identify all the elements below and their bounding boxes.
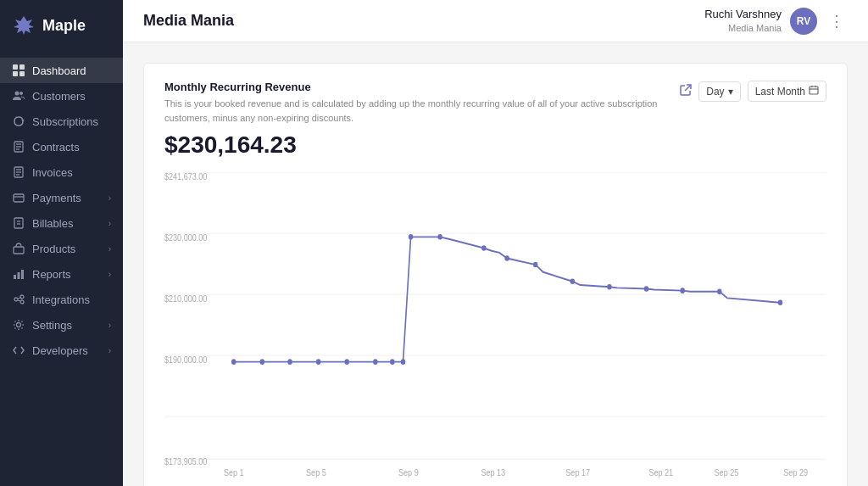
sidebar-item-label: Customers bbox=[32, 90, 86, 103]
svg-text:$210,000.00: $210,000.00 bbox=[164, 293, 208, 304]
last-month-button[interactable]: Last Month bbox=[748, 81, 826, 102]
svg-rect-2 bbox=[13, 71, 18, 76]
customers-icon bbox=[12, 89, 25, 103]
sidebar-item-label: Dashboard bbox=[32, 64, 86, 77]
page-title: Media Mania bbox=[143, 12, 234, 30]
sidebar-item-label: Settings bbox=[32, 319, 72, 332]
svg-text:$230,000.00: $230,000.00 bbox=[164, 232, 208, 243]
svg-text:Sep 29: Sep 29 bbox=[783, 467, 808, 478]
sidebar-item-integrations[interactable]: Integrations bbox=[0, 287, 123, 312]
svg-rect-20 bbox=[14, 275, 16, 279]
svg-rect-22 bbox=[21, 270, 24, 279]
chevron-down-icon: › bbox=[108, 193, 111, 203]
mrr-chart: $241,673.00 $230,000.00 $210,000.00 $190… bbox=[164, 172, 826, 478]
integrations-icon bbox=[12, 293, 25, 306]
svg-point-56 bbox=[504, 255, 509, 261]
main-content: Media Mania Ruchi Varshney Media Mania R… bbox=[123, 0, 868, 486]
svg-text:$190,000.00: $190,000.00 bbox=[164, 355, 208, 365]
svg-line-29 bbox=[685, 85, 691, 91]
svg-point-59 bbox=[607, 284, 611, 290]
svg-point-50 bbox=[373, 359, 377, 365]
svg-text:Sep 25: Sep 25 bbox=[715, 467, 739, 478]
billables-icon bbox=[12, 216, 25, 230]
svg-point-28 bbox=[17, 323, 21, 327]
sidebar-item-dashboard[interactable]: Dashboard bbox=[0, 58, 123, 83]
card-header: Monthly Recurring Revenue This is your b… bbox=[164, 81, 826, 125]
products-icon bbox=[12, 242, 25, 255]
svg-point-60 bbox=[644, 286, 648, 292]
user-name: Ruchi Varshney bbox=[704, 8, 782, 22]
svg-point-47 bbox=[287, 359, 292, 365]
sidebar-item-label: Developers bbox=[32, 344, 88, 357]
reports-icon bbox=[12, 267, 25, 281]
header-right: Ruchi Varshney Media Mania RV ⋮ bbox=[704, 8, 848, 35]
day-label: Day bbox=[706, 86, 724, 98]
sidebar-item-payments[interactable]: Payments › bbox=[0, 185, 123, 210]
sidebar-item-label: Products bbox=[32, 243, 75, 255]
sidebar-item-customers[interactable]: Customers bbox=[0, 83, 123, 109]
sidebar-item-developers[interactable]: Developers › bbox=[0, 338, 123, 363]
svg-rect-1 bbox=[19, 64, 25, 70]
chevron-down-icon: › bbox=[108, 321, 111, 330]
svg-point-54 bbox=[437, 234, 442, 240]
sidebar-item-invoices[interactable]: Invoices bbox=[0, 159, 123, 185]
svg-point-51 bbox=[390, 359, 394, 365]
card-controls: Day ▾ Last Month bbox=[680, 81, 826, 102]
sidebar-item-settings[interactable]: Settings › bbox=[0, 312, 123, 338]
svg-point-55 bbox=[481, 245, 486, 251]
sidebar: Maple Dashboard Customers bbox=[0, 0, 123, 486]
dashboard-icon bbox=[12, 64, 25, 77]
chevron-down-icon: › bbox=[108, 219, 111, 228]
svg-rect-0 bbox=[13, 64, 18, 70]
svg-text:Sep 21: Sep 21 bbox=[648, 467, 673, 478]
more-options-button[interactable]: ⋮ bbox=[826, 8, 848, 34]
sidebar-item-products[interactable]: Products › bbox=[0, 236, 123, 261]
metric-value: $230,164.23 bbox=[164, 131, 826, 159]
sidebar-item-label: Payments bbox=[32, 192, 81, 204]
sidebar-item-label: Invoices bbox=[32, 166, 73, 179]
svg-text:Sep 1: Sep 1 bbox=[224, 467, 244, 478]
svg-rect-14 bbox=[14, 194, 24, 202]
sidebar-item-reports[interactable]: Reports › bbox=[0, 261, 123, 287]
external-link-button[interactable] bbox=[680, 84, 692, 98]
svg-line-26 bbox=[18, 298, 20, 299]
svg-rect-3 bbox=[19, 71, 25, 76]
mrr-card: Monthly Recurring Revenue This is your b… bbox=[143, 63, 848, 486]
svg-text:$173,905.00: $173,905.00 bbox=[164, 456, 208, 466]
sidebar-item-label: Reports bbox=[32, 268, 71, 281]
invoices-icon bbox=[12, 165, 25, 179]
svg-rect-16 bbox=[14, 218, 23, 228]
svg-rect-30 bbox=[810, 87, 818, 94]
day-chevron-icon: ▾ bbox=[728, 86, 733, 98]
sidebar-item-contracts[interactable]: Contracts bbox=[0, 134, 123, 159]
chevron-down-icon: › bbox=[108, 270, 111, 279]
developers-icon bbox=[12, 344, 25, 357]
contracts-icon bbox=[12, 140, 25, 154]
content-area: Monthly Recurring Revenue This is your b… bbox=[123, 42, 868, 486]
period-label: Last Month bbox=[755, 86, 805, 98]
svg-point-57 bbox=[533, 262, 537, 268]
svg-text:$241,673.00: $241,673.00 bbox=[164, 172, 208, 182]
svg-text:Sep 9: Sep 9 bbox=[398, 467, 419, 478]
svg-text:Sep 17: Sep 17 bbox=[565, 467, 590, 478]
svg-rect-19 bbox=[14, 247, 24, 254]
maple-logo-icon bbox=[12, 14, 36, 37]
svg-rect-21 bbox=[18, 272, 20, 279]
avatar[interactable]: RV bbox=[790, 8, 817, 35]
svg-point-53 bbox=[409, 234, 413, 240]
svg-point-58 bbox=[570, 278, 575, 284]
card-title-section: Monthly Recurring Revenue This is your b… bbox=[164, 81, 666, 125]
header: Media Mania Ruchi Varshney Media Mania R… bbox=[123, 0, 868, 42]
sidebar-item-label: Subscriptions bbox=[32, 115, 98, 128]
sidebar-item-subscriptions[interactable]: Subscriptions bbox=[0, 109, 123, 134]
user-company: Media Mania bbox=[704, 22, 782, 34]
svg-point-63 bbox=[778, 300, 782, 306]
svg-text:Sep 13: Sep 13 bbox=[481, 467, 505, 478]
sidebar-item-billables[interactable]: Billables › bbox=[0, 210, 123, 236]
day-select-button[interactable]: Day ▾ bbox=[698, 81, 740, 102]
sidebar-item-label: Integrations bbox=[32, 293, 90, 306]
svg-text:Sep 5: Sep 5 bbox=[306, 467, 326, 478]
svg-point-62 bbox=[717, 288, 721, 294]
logo[interactable]: Maple bbox=[0, 0, 123, 51]
sidebar-item-label: Contracts bbox=[32, 141, 80, 154]
